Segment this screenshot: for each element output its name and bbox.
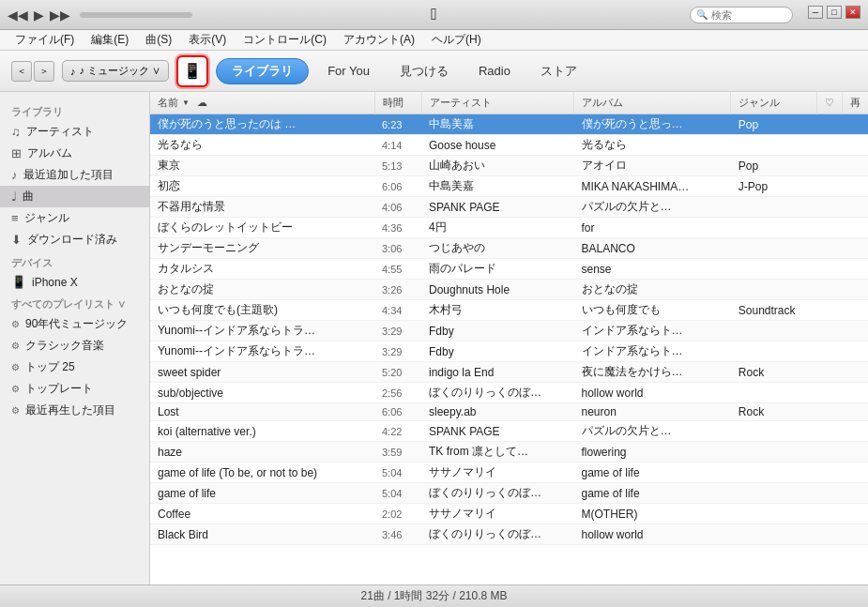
table-row[interactable]: Black Bird3:46ぼくのりりっくのぼ…hollow world: [150, 524, 868, 545]
track-play: [843, 463, 869, 483]
track-name: 不器用な情景: [150, 197, 374, 218]
store-tab[interactable]: ストア: [529, 59, 588, 83]
table-row[interactable]: game of life5:04ぼくのりりっくのぼ…game of life: [150, 483, 868, 504]
track-artist: つじあやの: [421, 238, 574, 259]
track-time: 6:23: [374, 114, 421, 135]
minimize-button[interactable]: ─: [808, 6, 823, 19]
for-you-tab[interactable]: For You: [316, 60, 381, 82]
track-play: [843, 114, 869, 135]
col-time[interactable]: 時間: [374, 92, 421, 114]
track-time: 3:29: [374, 321, 421, 341]
track-artist: ササノマリイ: [421, 504, 574, 524]
track-genre: [731, 524, 817, 545]
table-row[interactable]: sweet spider5:20indigo la End夜に魔法をかけら…Ro…: [150, 362, 868, 383]
fastforward-button[interactable]: ▶▶: [50, 8, 70, 23]
sidebar-item-artists[interactable]: ♫ アーティスト: [0, 121, 149, 143]
sidebar-item-playlist-2[interactable]: ⚙ トップ 25: [0, 357, 149, 378]
track-artist: indigo la End: [421, 362, 574, 383]
table-row[interactable]: haze3:59TK from 凛として…flowering: [150, 442, 868, 463]
playlists-section-title[interactable]: すべてのプレイリスト ∨: [0, 292, 149, 313]
forward-button[interactable]: ＞: [34, 61, 54, 82]
table-row[interactable]: Lost6:06sleepy.abneuronRock: [150, 403, 868, 421]
col-album[interactable]: アルバム: [574, 92, 731, 114]
library-section-title: ライブラリ: [0, 99, 149, 121]
table-row[interactable]: 初恋6:06中島美嘉MIKA NAKASHIMA…J-Pop: [150, 176, 868, 197]
track-table[interactable]: 名前 ▼ ☁ 時間 アーティスト アルバム ジャンル ♡ 再: [150, 92, 868, 584]
table-row[interactable]: 僕が死のうと思ったのは …6:23中島美嘉僕が死のうと思っ…Pop: [150, 114, 868, 135]
sidebar-item-label: アルバム: [27, 145, 72, 161]
track-name: おとなの掟: [150, 280, 374, 300]
menu-controls[interactable]: コントロール(C): [236, 30, 334, 50]
track-name: koi (alternative ver.): [150, 421, 374, 442]
sidebar-item-iphone[interactable]: 📱 iPhone X: [0, 272, 149, 292]
sidebar-item-label: 最近追加した項目: [23, 167, 114, 183]
devices-section-title: デバイス: [0, 250, 149, 272]
menu-account[interactable]: アカウント(A): [336, 30, 422, 50]
table-row[interactable]: 光るなら4:14Goose house光るなら: [150, 135, 868, 156]
col-artist[interactable]: アーティスト: [421, 92, 574, 114]
sidebar-item-recent[interactable]: ♪ 最近追加した項目: [0, 164, 149, 186]
track-play: [843, 238, 869, 259]
table-row[interactable]: サンデーモーニング3:06つじあやのBALANCO: [150, 238, 868, 259]
table-row[interactable]: ぼくらのレットイットビー4:364円for: [150, 218, 868, 238]
track-heart: [817, 114, 843, 135]
search-icon: 🔍: [696, 9, 708, 20]
table-row[interactable]: 不器用な情景4:06SPANK PAGEパズルの欠片と…: [150, 197, 868, 218]
table-row[interactable]: koi (alternative ver.)4:22SPANK PAGEパズルの…: [150, 421, 868, 442]
sidebar-item-playlist-4[interactable]: ⚙ 最近再生した項目: [0, 400, 149, 421]
sidebar-item-playlist-3[interactable]: ⚙ トップレート: [0, 378, 149, 400]
track-heart: [817, 442, 843, 463]
table-row[interactable]: sub/objective2:56ぼくのりりっくのぼ…hollow world: [150, 383, 868, 403]
radio-tab[interactable]: Radio: [467, 60, 522, 82]
track-time: 5:13: [374, 156, 421, 176]
table-row[interactable]: カタルシス4:55雨のパレードsense: [150, 259, 868, 280]
sidebar-item-label: クラシック音楽: [25, 338, 104, 354]
genres-icon: ≡: [11, 211, 19, 225]
sidebar-item-downloaded[interactable]: ⬇ ダウンロード済み: [0, 229, 149, 250]
table-row[interactable]: Yunomi--インドア系ならトラ…3:29Fdbyインドア系ならト…: [150, 321, 868, 341]
menu-file[interactable]: ファイル(F): [8, 30, 82, 50]
sidebar-item-playlist-1[interactable]: ⚙ クラシック音楽: [0, 335, 149, 357]
track-time: 5:20: [374, 362, 421, 383]
track-play: [843, 403, 869, 421]
track-artist: ぼくのりりっくのぼ…: [421, 524, 574, 545]
rewind-button[interactable]: ◀◀: [8, 8, 28, 23]
cloud-icon: ☁: [197, 97, 207, 109]
table-row[interactable]: おとなの掟3:26Doughnuts Holeおとなの掟: [150, 280, 868, 300]
table-row[interactable]: いつも何度でも(主題歌)4:34木村弓いつも何度でもSoundtrack: [150, 300, 868, 321]
device-button[interactable]: 📱: [176, 55, 208, 87]
track-time: 4:22: [374, 421, 421, 442]
discover-tab[interactable]: 見つける: [388, 59, 460, 83]
library-tab[interactable]: ライブラリ: [216, 58, 309, 84]
sidebar-item-albums[interactable]: ⊞ アルバム: [0, 143, 149, 164]
track-play: [843, 156, 869, 176]
track-heart: [817, 463, 843, 483]
music-section-button[interactable]: ♪ ♪ ミュージック ∨: [62, 60, 169, 82]
table-row[interactable]: 東京5:13山崎あおいアオイロPop: [150, 156, 868, 176]
sidebar-item-label: ダウンロード済み: [27, 232, 117, 248]
col-play: 再: [843, 92, 869, 114]
table-row[interactable]: Coffee2:02ササノマリイM(OTHER): [150, 504, 868, 524]
maximize-button[interactable]: □: [827, 6, 842, 19]
track-artist: Goose house: [421, 135, 574, 156]
close-button[interactable]: ✕: [845, 6, 860, 19]
track-album: パズルの欠片と…: [574, 197, 731, 218]
track-artist: 木村弓: [421, 300, 574, 321]
menu-edit[interactable]: 編集(E): [84, 30, 136, 50]
search-input[interactable]: [711, 9, 786, 21]
play-button[interactable]: ▶: [34, 8, 44, 23]
sidebar-item-songs[interactable]: ♩ 曲: [0, 186, 149, 207]
table-row[interactable]: game of life (To be, or not to be)5:04ササ…: [150, 463, 868, 483]
col-name[interactable]: 名前 ▼ ☁: [150, 92, 374, 114]
table-row[interactable]: Yunomi--インドア系ならトラ…3:29Fdbyインドア系ならト…: [150, 341, 868, 362]
menu-view[interactable]: 表示(V): [181, 30, 234, 50]
menu-help[interactable]: ヘルプ(H): [424, 30, 489, 50]
progress-bar[interactable]: [80, 12, 192, 18]
col-genre[interactable]: ジャンル: [731, 92, 817, 114]
track-play: [843, 383, 869, 403]
track-name: 初恋: [150, 176, 374, 197]
menu-song[interactable]: 曲(S): [138, 30, 179, 50]
back-button[interactable]: ＜: [11, 61, 32, 82]
sidebar-item-genres[interactable]: ≡ ジャンル: [0, 207, 149, 229]
sidebar-item-playlist-0[interactable]: ⚙ 90年代ミュージック: [0, 313, 149, 335]
